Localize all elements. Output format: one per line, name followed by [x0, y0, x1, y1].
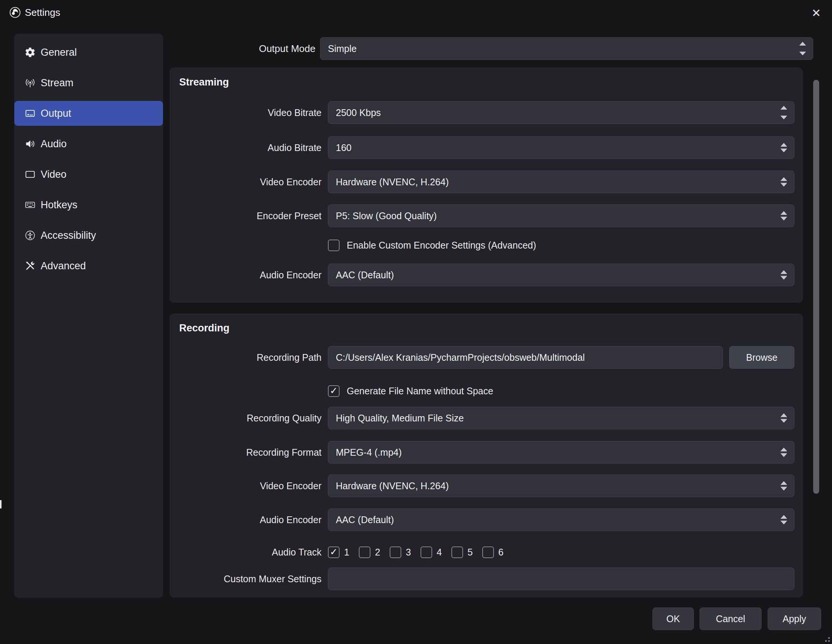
output-mode-label: Output Mode — [170, 43, 315, 54]
recording-video-encoder-row: Video Encoder Hardware (NVENC, H.264) — [170, 474, 794, 497]
apply-button[interactable]: Apply — [768, 607, 821, 630]
audio-track-4: 4 — [421, 546, 442, 558]
sidebar-item-label: Output — [41, 108, 71, 119]
gear-icon — [24, 47, 36, 58]
close-icon[interactable]: ✕ — [809, 5, 824, 20]
audio-bitrate-row: Audio Bitrate 160 — [170, 136, 794, 159]
dropdown-arrows-icon — [781, 515, 787, 525]
recording-video-encoder-select[interactable]: Hardware (NVENC, H.264) — [328, 474, 794, 497]
sidebar-item-hotkeys[interactable]: Hotkeys — [14, 192, 163, 217]
window-title: Settings — [25, 7, 60, 18]
tools-icon — [24, 260, 36, 272]
edge-highlight-artifact — [0, 500, 2, 508]
stream-video-encoder-select[interactable]: Hardware (NVENC, H.264) — [328, 171, 794, 193]
sidebar-item-label: Advanced — [41, 260, 86, 272]
output-icon — [24, 108, 36, 119]
custom-encoder-checkbox[interactable] — [328, 240, 339, 251]
dropdown-arrows-icon — [781, 481, 787, 491]
ok-button[interactable]: OK — [653, 607, 694, 630]
audio-icon — [24, 138, 36, 149]
dropdown-arrows-icon — [781, 413, 787, 423]
stream-video-encoder-row: Video Encoder Hardware (NVENC, H.264) — [170, 171, 794, 193]
recording-section: Recording Recording Path C:/Users/Alex K… — [170, 314, 803, 597]
audio-track-2: 2 — [359, 546, 380, 558]
sidebar-item-label: Accessibility — [41, 230, 96, 242]
cancel-button[interactable]: Cancel — [699, 607, 762, 630]
video-bitrate-row: Video Bitrate 2500 Kbps — [170, 101, 794, 124]
audio-track-5: 5 — [451, 546, 473, 558]
audio-track-3: 3 — [390, 546, 411, 558]
chevron-up-icon — [799, 42, 806, 46]
video-icon — [24, 169, 36, 180]
stream-audio-encoder-row: Audio Encoder AAC (Default) — [170, 264, 794, 286]
sidebar-item-label: Audio — [41, 138, 67, 150]
chevron-down-icon — [799, 51, 806, 55]
recording-quality-select[interactable]: High Quality, Medium File Size — [328, 407, 794, 429]
sidebar-item-output[interactable]: Output — [14, 101, 163, 126]
output-mode-select[interactable]: Simple — [320, 37, 813, 60]
sidebar-item-accessibility[interactable]: Accessibility — [14, 223, 163, 248]
audio-track-6-checkbox[interactable] — [482, 546, 494, 558]
encoder-preset-select[interactable]: P5: Slow (Good Quality) — [328, 205, 794, 227]
sidebar-item-video[interactable]: Video — [14, 162, 163, 187]
recording-quality-row: Recording Quality High Quality, Medium F… — [170, 407, 794, 429]
sidebar-item-audio[interactable]: Audio — [14, 131, 163, 156]
dropdown-arrows-icon — [781, 143, 787, 152]
recording-format-row: Recording Format MPEG-4 (.mp4) — [170, 441, 794, 464]
vertical-scrollbar[interactable] — [813, 80, 819, 494]
no-space-checkbox[interactable]: ✓ — [328, 385, 339, 397]
dropdown-arrows-icon — [781, 271, 787, 280]
sidebar-item-label: Stream — [41, 77, 74, 89]
sidebar-item-label: Hotkeys — [41, 199, 78, 211]
recording-format-select[interactable]: MPEG-4 (.mp4) — [328, 441, 794, 464]
video-bitrate-spinbox[interactable]: 2500 Kbps — [328, 101, 794, 124]
accessibility-icon — [24, 230, 36, 241]
streaming-section-title: Streaming — [179, 77, 229, 88]
recording-audio-encoder-row: Audio Encoder AAC (Default) — [170, 508, 794, 531]
spin-up-icon[interactable] — [781, 106, 787, 110]
spin-down-icon[interactable] — [781, 115, 787, 119]
obs-logo-icon — [9, 6, 21, 18]
sidebar-item-label: General — [41, 47, 77, 58]
title-bar: Settings ✕ — [0, 0, 832, 25]
sidebar-item-general[interactable]: General — [14, 40, 163, 65]
audio-track-row: Audio Track ✓ 1 2 3 4 5 — [170, 544, 794, 561]
keyboard-icon — [24, 199, 36, 210]
filename-no-space-row: ✓ Generate File Name without Space — [170, 383, 794, 399]
encoder-preset-row: Encoder Preset P5: Slow (Good Quality) — [170, 205, 794, 227]
audio-track-5-checkbox[interactable] — [451, 546, 463, 558]
stream-icon — [24, 77, 36, 88]
audio-track-1: ✓ 1 — [328, 546, 349, 558]
recording-section-title: Recording — [179, 322, 230, 334]
custom-muxer-row: Custom Muxer Settings — [170, 567, 794, 590]
audio-track-4-checkbox[interactable] — [421, 546, 432, 558]
window-resize-grip[interactable] — [823, 635, 830, 642]
dropdown-arrows-icon — [781, 177, 787, 187]
stream-audio-encoder-select[interactable]: AAC (Default) — [328, 264, 794, 286]
dropdown-arrows-icon — [781, 211, 787, 221]
dropdown-arrows-icon — [781, 448, 787, 457]
browse-button[interactable]: Browse — [729, 346, 794, 369]
recording-path-row: Recording Path C:/Users/Alex Kranias/Pyc… — [170, 346, 794, 369]
sidebar-item-advanced[interactable]: Advanced — [14, 253, 163, 278]
recording-path-input[interactable]: C:/Users/Alex Kranias/PycharmProjects/ob… — [328, 346, 723, 369]
audio-bitrate-select[interactable]: 160 — [328, 136, 794, 159]
audio-track-1-checkbox[interactable]: ✓ — [328, 546, 339, 558]
audio-track-6: 6 — [482, 546, 504, 558]
audio-track-2-checkbox[interactable] — [359, 546, 370, 558]
settings-sidebar: General Stream Output A — [14, 34, 163, 598]
sidebar-item-label: Video — [41, 169, 67, 180]
streaming-section: Streaming Video Bitrate 2500 Kbps Audio … — [170, 68, 803, 303]
sidebar-item-stream[interactable]: Stream — [14, 70, 163, 95]
recording-audio-encoder-select[interactable]: AAC (Default) — [328, 508, 794, 531]
output-mode-row: Output Mode Simple — [170, 37, 813, 60]
custom-encoder-settings-row: Enable Custom Encoder Settings (Advanced… — [170, 237, 794, 253]
custom-muxer-input[interactable] — [328, 567, 794, 590]
audio-track-3-checkbox[interactable] — [390, 546, 401, 558]
